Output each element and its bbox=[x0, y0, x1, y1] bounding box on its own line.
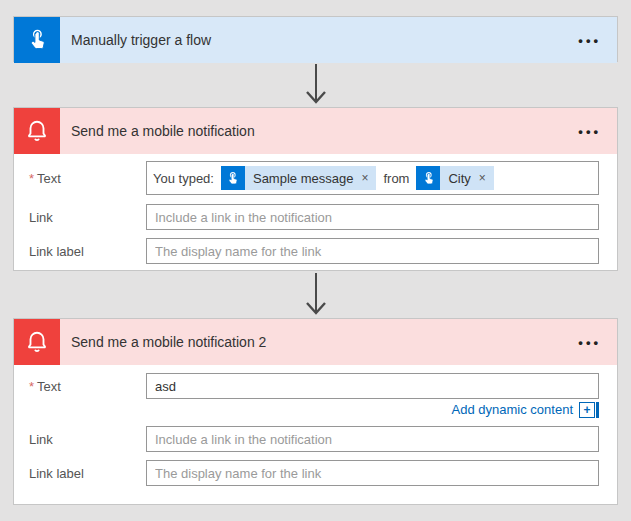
notification-card-2-header[interactable]: Send me a mobile notification 2 ••• bbox=[14, 319, 617, 365]
add-dynamic-content-row: Add dynamic content + bbox=[29, 401, 599, 418]
dynamic-token-sample-message[interactable]: Sample message × bbox=[221, 166, 376, 190]
flow-connector-arrow-icon bbox=[303, 273, 329, 321]
token-remove-button[interactable]: × bbox=[358, 172, 376, 184]
notification-card-1: Send me a mobile notification ••• * Text… bbox=[13, 107, 618, 271]
bell-icon bbox=[14, 319, 60, 365]
link-label-field-row: Link label bbox=[29, 460, 599, 486]
text-field-row: * Text bbox=[29, 373, 599, 399]
notification-card-1-menu-button[interactable]: ••• bbox=[578, 125, 601, 138]
notification-card-2-menu-button[interactable]: ••• bbox=[578, 336, 601, 349]
link-field-label: Link bbox=[29, 204, 146, 230]
text-input[interactable] bbox=[146, 373, 599, 399]
link-label-field-row: Link label bbox=[29, 238, 599, 264]
add-dynamic-content-link[interactable]: Add dynamic content + bbox=[452, 402, 599, 418]
flow-connector-arrow-icon bbox=[303, 64, 329, 110]
required-asterisk: * bbox=[29, 171, 34, 186]
typed-text: You typed: bbox=[153, 171, 214, 186]
trigger-card-header[interactable]: Manually trigger a flow ••• bbox=[14, 17, 617, 63]
touch-icon bbox=[221, 166, 245, 190]
trigger-menu-button[interactable]: ••• bbox=[578, 34, 601, 47]
link-label-input[interactable] bbox=[146, 460, 599, 486]
manual-trigger-icon bbox=[14, 17, 60, 63]
trigger-card-title: Manually trigger a flow bbox=[71, 32, 211, 48]
from-text: from bbox=[383, 171, 409, 186]
notification-card-1-title: Send me a mobile notification bbox=[71, 123, 255, 139]
token-label: City bbox=[440, 171, 475, 186]
dynamic-token-city[interactable]: City × bbox=[416, 166, 493, 190]
notification-card-2-title: Send me a mobile notification 2 bbox=[71, 334, 266, 350]
notification-card-1-header[interactable]: Send me a mobile notification ••• bbox=[14, 108, 617, 154]
link-input[interactable] bbox=[146, 204, 599, 230]
link-field-row: Link bbox=[29, 426, 599, 452]
link-input[interactable] bbox=[146, 426, 599, 452]
plus-box-bar-icon bbox=[596, 402, 599, 418]
required-asterisk: * bbox=[29, 379, 34, 394]
token-label: Sample message bbox=[245, 171, 358, 186]
link-label-field-label: Link label bbox=[29, 238, 146, 264]
link-label-field-label: Link label bbox=[29, 460, 146, 486]
plus-box-icon: + bbox=[579, 402, 595, 418]
token-remove-button[interactable]: × bbox=[476, 172, 494, 184]
link-field-label: Link bbox=[29, 426, 146, 452]
text-field-label: * Text bbox=[29, 161, 146, 195]
link-label-input[interactable] bbox=[146, 238, 599, 264]
trigger-card: Manually trigger a flow ••• bbox=[13, 16, 618, 62]
text-field-row: * Text You typed: Sample message × bbox=[29, 161, 599, 195]
notification-card-2: Send me a mobile notification 2 ••• * Te… bbox=[13, 318, 618, 505]
text-tokens-input[interactable]: You typed: Sample message × from bbox=[146, 161, 599, 195]
touch-icon bbox=[416, 166, 440, 190]
text-field-label: * Text bbox=[29, 373, 146, 399]
bell-icon bbox=[14, 108, 60, 154]
link-field-row: Link bbox=[29, 204, 599, 230]
flow-designer-canvas: Manually trigger a flow ••• Send me a mo… bbox=[0, 0, 631, 521]
